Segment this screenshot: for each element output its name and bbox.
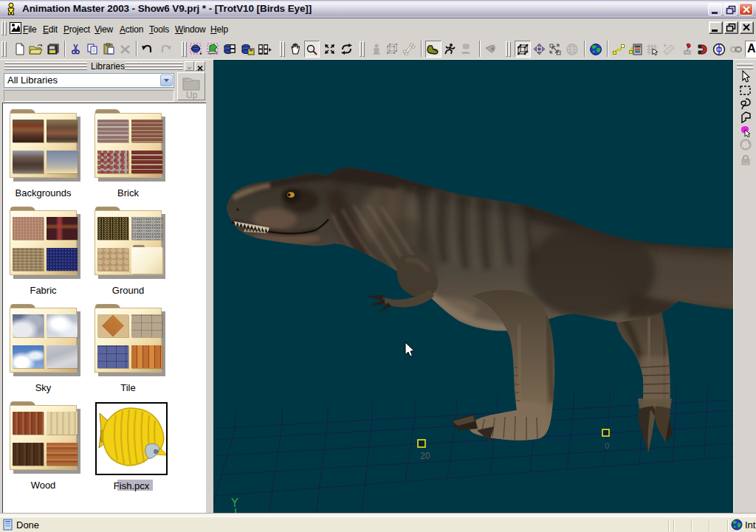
svg-text:Up: Up — [186, 90, 198, 100]
svg-text:0: 0 — [605, 441, 609, 450]
svg-text:20: 20 — [420, 451, 430, 461]
